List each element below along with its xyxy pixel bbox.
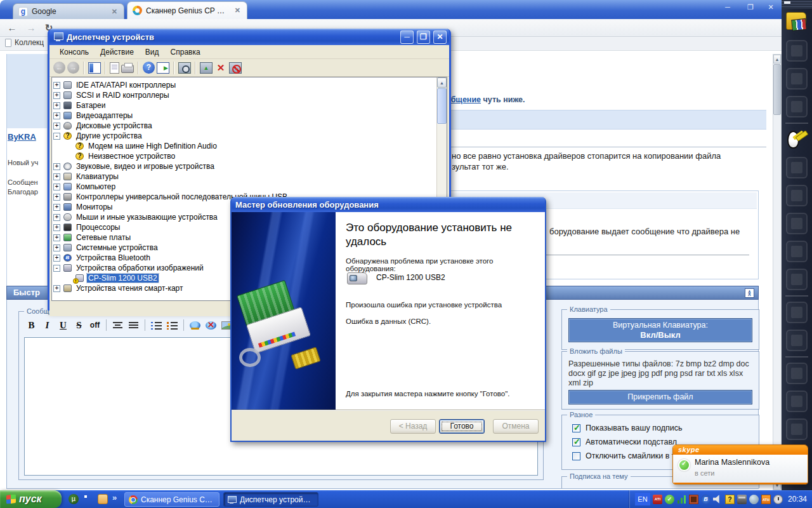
align-center-button[interactable] bbox=[110, 318, 125, 332]
bookmark-item[interactable]: Коллекц bbox=[5, 38, 44, 47]
post-link[interactable]: общение bbox=[446, 95, 481, 104]
dock-item-icon[interactable] bbox=[782, 93, 812, 121]
device-manager-titlebar[interactable]: Диспетчер устройств ─ ❐ ✕ bbox=[49, 29, 449, 45]
dock-item-icon[interactable] bbox=[782, 154, 812, 182]
tree-expander[interactable]: + bbox=[53, 204, 60, 211]
back-button[interactable]: ← bbox=[5, 21, 19, 35]
skype-tray-icon[interactable] bbox=[665, 495, 674, 504]
bt-tray-icon[interactable] bbox=[701, 495, 710, 504]
doc-toolbar-icon[interactable] bbox=[110, 62, 119, 74]
device-tree-item[interactable]: - Другие устройства bbox=[53, 131, 436, 141]
strike-button[interactable]: S bbox=[72, 318, 86, 332]
unk-tray-icon[interactable] bbox=[725, 495, 735, 504]
ath-tray-icon[interactable] bbox=[761, 495, 771, 504]
tree-expander[interactable]: - bbox=[53, 265, 60, 272]
help-toolbar-icon[interactable] bbox=[143, 62, 155, 74]
device-tree-item[interactable]: Модем на шине High Definition Audio bbox=[53, 141, 436, 151]
dock-item-icon[interactable] bbox=[782, 359, 812, 387]
tree-expander[interactable]: + bbox=[53, 194, 60, 201]
tree-expander[interactable]: + bbox=[53, 102, 60, 109]
task-button-device-manager[interactable]: Диспетчер устройств bbox=[223, 492, 318, 507]
menu-help[interactable]: Справка bbox=[166, 46, 206, 58]
underline-button[interactable]: U bbox=[56, 318, 70, 332]
scrollbar-thumb[interactable] bbox=[773, 64, 781, 115]
device-tree-item[interactable]: + IDE ATA/ATAPI контроллеры bbox=[53, 80, 436, 90]
monitor-tray-icon[interactable] bbox=[689, 495, 698, 504]
dock-item-icon[interactable] bbox=[782, 237, 812, 265]
tree-toolbar-icon[interactable] bbox=[88, 62, 101, 74]
bbcode-off-button[interactable]: off bbox=[88, 318, 102, 332]
device-tree-item[interactable]: Неизвестное устройство bbox=[53, 151, 436, 161]
checkbox-option[interactable]: Автоматически подставл bbox=[572, 437, 677, 447]
tab-scanner-thread[interactable]: Сканнер Genius CP Slim 120 ✕ bbox=[127, 1, 247, 19]
dock-item-icon[interactable] bbox=[782, 182, 812, 210]
dock-item-icon[interactable] bbox=[782, 415, 812, 443]
card-tray-icon[interactable] bbox=[737, 495, 747, 504]
attach-file-button[interactable]: Прикрепить файл bbox=[568, 390, 752, 404]
scroll-up-icon[interactable]: ▲ bbox=[437, 77, 447, 88]
clock-tray-icon[interactable] bbox=[773, 495, 783, 504]
quicklaunch-overflow-icon[interactable]: » bbox=[112, 493, 117, 502]
dock-item-icon[interactable] bbox=[782, 37, 812, 65]
language-indicator[interactable]: EN bbox=[635, 493, 650, 505]
browser-minimize-button[interactable]: ─ bbox=[718, 2, 737, 12]
tree-expander[interactable]: + bbox=[53, 112, 60, 119]
minimize-button[interactable]: ─ bbox=[400, 30, 414, 44]
device-tree-item[interactable]: + Клавиатуры bbox=[53, 171, 436, 182]
print-toolbar-icon[interactable] bbox=[121, 65, 134, 73]
bold-button[interactable]: B bbox=[24, 318, 39, 332]
italic-button[interactable]: I bbox=[40, 318, 55, 332]
virtual-keyboard-button[interactable]: Виртуальная Клавиатура: Вкл/Выкл bbox=[568, 318, 752, 342]
task-button-browser[interactable]: Сканнер Genius CP S... bbox=[124, 492, 219, 507]
forward-toolbar-icon[interactable] bbox=[67, 62, 79, 74]
collapse-panel-button[interactable]: ∧∧ bbox=[745, 288, 754, 298]
tree-expander[interactable]: + bbox=[53, 92, 60, 99]
checkbox-icon[interactable] bbox=[572, 438, 580, 446]
menu-view[interactable]: Вид bbox=[140, 46, 164, 58]
skype-notification-popup[interactable]: skype Marina Maslennikova в сети bbox=[672, 444, 808, 485]
dock-item-icon[interactable] bbox=[782, 65, 812, 93]
device-tree-item[interactable]: + Видеоадаптеры bbox=[53, 110, 436, 121]
forward-button[interactable]: → bbox=[24, 21, 38, 35]
checkbox-icon[interactable] bbox=[572, 424, 580, 432]
device-tree-item[interactable]: + Дисковые устройства bbox=[53, 121, 436, 131]
back-toolbar-icon[interactable] bbox=[53, 62, 65, 74]
cancel-button[interactable]: Отмена bbox=[493, 419, 539, 434]
back-button[interactable]: < Назад bbox=[390, 419, 436, 434]
penguin-icon[interactable] bbox=[782, 126, 812, 154]
tab-google[interactable]: Google ✕ bbox=[13, 3, 124, 19]
close-button[interactable]: ✕ bbox=[433, 30, 447, 44]
tree-expander[interactable]: + bbox=[53, 173, 60, 180]
tree-expander[interactable]: + bbox=[53, 224, 60, 231]
dock-item-icon[interactable] bbox=[782, 326, 812, 354]
page-scrollbar[interactable]: ▲ ▼ bbox=[773, 54, 782, 490]
link-button[interactable] bbox=[188, 318, 202, 332]
tab-close-icon[interactable]: ✕ bbox=[110, 8, 119, 16]
menu-action[interactable]: Действие bbox=[95, 46, 139, 58]
dock-item-icon[interactable] bbox=[782, 265, 812, 293]
ati-tray-icon[interactable] bbox=[653, 495, 662, 504]
tree-expander[interactable]: + bbox=[53, 184, 60, 190]
dock-item-icon[interactable] bbox=[782, 210, 812, 237]
device-tree-item[interactable]: + Батареи bbox=[53, 100, 436, 110]
checkbox-option[interactable]: Показывать вашу подпись bbox=[572, 423, 683, 433]
dock-grip-handle[interactable] bbox=[782, 0, 812, 9]
dock-item-icon[interactable] bbox=[782, 387, 812, 415]
start-button[interactable]: пуск bbox=[0, 490, 62, 508]
tree-expander[interactable]: + bbox=[53, 82, 60, 89]
export-toolbar-icon[interactable] bbox=[157, 62, 169, 74]
bullet-list-button[interactable] bbox=[165, 318, 180, 332]
books-icon[interactable] bbox=[782, 9, 812, 37]
align-justify-button[interactable] bbox=[126, 318, 141, 332]
browser-maximize-button[interactable]: ❐ bbox=[741, 2, 760, 12]
scan-toolbar-icon[interactable] bbox=[178, 62, 191, 74]
finish-button[interactable]: Готово bbox=[439, 419, 485, 434]
tree-expander[interactable]: + bbox=[53, 123, 60, 130]
tab-close-icon[interactable]: ✕ bbox=[233, 6, 242, 15]
update-toolbar-icon[interactable] bbox=[200, 62, 213, 74]
vol-tray-icon[interactable] bbox=[713, 495, 723, 504]
device-tree-item[interactable]: + Звуковые, видео и игровые устройства bbox=[53, 161, 436, 171]
tree-expander[interactable]: + bbox=[53, 214, 60, 221]
menu-console[interactable]: Консоль bbox=[55, 46, 94, 58]
username-link[interactable]: ByKRA bbox=[8, 132, 36, 142]
